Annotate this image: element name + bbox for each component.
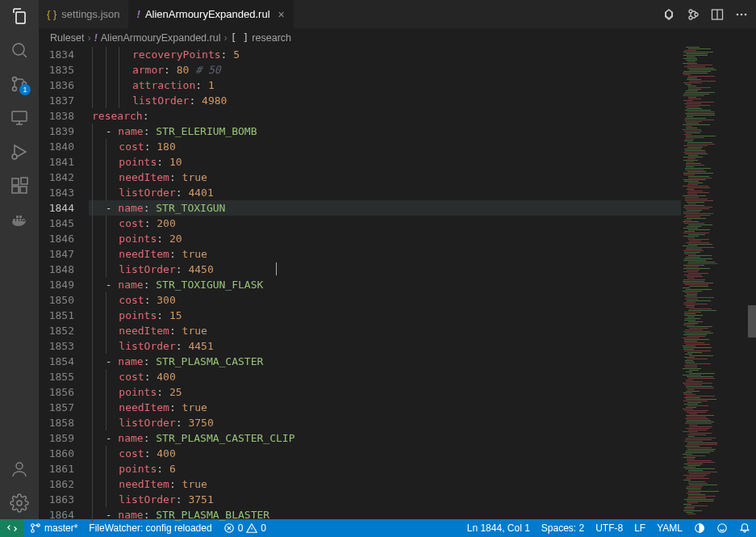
editor-tabs: { } settings.json ! AlienArmouryExpanded… (39, 0, 756, 28)
code-line[interactable]: recoveryPoints: 5 (89, 47, 681, 62)
code-line[interactable]: needItem: true (89, 400, 681, 415)
code-line[interactable]: needItem: true (89, 170, 681, 185)
array-icon: [ ] (231, 31, 249, 44)
json-icon: { } (47, 8, 56, 20)
minimap[interactable] (681, 47, 746, 519)
compare-icon[interactable] (687, 8, 700, 21)
close-icon[interactable]: × (278, 8, 285, 21)
chevron-right-icon: › (87, 31, 90, 44)
breadcrumb-item[interactable]: Ruleset (50, 32, 84, 44)
svg-point-16 (737, 13, 739, 15)
text-cursor (276, 262, 277, 275)
accounts-icon[interactable] (10, 459, 29, 479)
code-line[interactable]: - name: STR_TOXIGUN (89, 200, 681, 216)
editor-actions (654, 0, 756, 28)
explorer-icon[interactable] (10, 6, 29, 26)
code-line[interactable]: - name: STR_PLASMA_BLASTER (89, 507, 681, 522)
notifications-icon[interactable] (733, 519, 756, 537)
feedback-icon[interactable] (711, 519, 733, 537)
code-line[interactable]: needItem: true (89, 246, 681, 262)
breadcrumb-item[interactable]: [ ] research (231, 31, 291, 44)
svg-rect-8 (20, 187, 27, 193)
code-line[interactable]: - name: STR_PLASMA_CASTER (89, 354, 681, 369)
svg-point-1 (13, 78, 17, 82)
svg-point-12 (689, 10, 692, 13)
breadcrumb-item[interactable]: ! AlienArmouryExpanded.rul (94, 32, 221, 44)
more-actions-icon[interactable] (735, 8, 748, 21)
code-line[interactable]: cost: 300 (89, 292, 681, 308)
scroll-thumb[interactable] (748, 305, 756, 338)
code-line[interactable]: listOrder: 4451 (89, 338, 681, 354)
svg-point-17 (741, 13, 743, 15)
svg-point-13 (689, 16, 692, 19)
vertical-scrollbar[interactable] (746, 47, 756, 519)
svg-point-24 (718, 524, 727, 533)
code-line[interactable]: points: 20 (89, 231, 681, 246)
code-line[interactable]: cost: 180 (89, 139, 681, 154)
svg-rect-4 (12, 111, 27, 121)
code-line[interactable]: - name: STR_ELERIUM_BOMB (89, 124, 681, 139)
code-content[interactable]: recoveryPoints: 5 armor: 80 # 50 attract… (89, 47, 681, 519)
remote-explorer-icon[interactable] (10, 108, 29, 128)
tab-alien-armoury[interactable]: ! AlienArmouryExpanded.rul × (129, 0, 294, 28)
source-control-icon[interactable]: 1 (10, 74, 29, 94)
tab-label: settings.json (61, 8, 119, 20)
git-branch[interactable]: master* (24, 519, 83, 537)
yaml-icon: ! (137, 8, 140, 20)
code-line[interactable]: cost: 400 (89, 446, 681, 461)
tab-settings-json[interactable]: { } settings.json (39, 0, 129, 28)
remote-indicator[interactable] (0, 519, 24, 537)
editor[interactable]: 1834183518361837183818391840184118421843… (39, 47, 756, 519)
code-line[interactable]: listOrder: 3751 (89, 492, 681, 507)
code-line[interactable]: listOrder: 3750 (89, 415, 681, 430)
svg-rect-9 (21, 178, 27, 184)
docker-icon[interactable] (10, 210, 29, 229)
svg-point-5 (12, 154, 17, 159)
code-line[interactable]: armor: 80 # 50 (89, 62, 681, 78)
code-line[interactable]: - name: STR_PLASMA_CASTER_CLIP (89, 430, 681, 446)
chevron-right-icon: › (223, 31, 227, 44)
svg-point-19 (31, 524, 35, 527)
activity-bar: 1 (0, 0, 39, 519)
breadcrumbs[interactable]: Ruleset › ! AlienArmouryExpanded.rul › [… (39, 28, 756, 47)
open-changes-icon[interactable] (662, 8, 675, 21)
svg-point-20 (31, 530, 35, 533)
code-line[interactable]: - name: STR_TOXIGUN_FLASK (89, 277, 681, 292)
svg-point-14 (695, 13, 698, 16)
code-line[interactable]: cost: 200 (89, 216, 681, 231)
code-line[interactable]: listOrder: 4450 (89, 262, 681, 277)
code-line[interactable]: points: 10 (89, 154, 681, 170)
code-line[interactable]: points: 15 (89, 308, 681, 323)
code-line[interactable]: points: 25 (89, 384, 681, 400)
tab-label: AlienArmouryExpanded.rul (145, 8, 270, 20)
svg-point-2 (13, 87, 17, 91)
line-numbers: 1834183518361837183818391840184118421843… (39, 47, 89, 519)
svg-rect-7 (12, 187, 19, 193)
svg-point-0 (13, 44, 24, 55)
code-line[interactable]: cost: 400 (89, 369, 681, 384)
code-line[interactable]: listOrder: 4980 (89, 93, 681, 108)
run-debug-icon[interactable] (10, 142, 29, 162)
code-line[interactable]: attraction: 1 (89, 78, 681, 93)
color-theme-icon[interactable] (688, 519, 711, 537)
code-line[interactable]: research: (89, 108, 681, 124)
source-control-badge: 1 (19, 84, 31, 95)
yaml-icon: ! (94, 32, 98, 44)
svg-point-10 (16, 463, 23, 469)
svg-point-18 (745, 13, 747, 15)
extensions-icon[interactable] (10, 176, 29, 195)
svg-point-11 (17, 501, 22, 506)
settings-gear-icon[interactable] (10, 493, 29, 513)
svg-rect-6 (12, 178, 19, 185)
code-line[interactable]: needItem: true (89, 323, 681, 338)
code-line[interactable]: needItem: true (89, 476, 681, 492)
code-line[interactable]: listOrder: 4401 (89, 185, 681, 200)
search-icon[interactable] (10, 40, 29, 60)
split-editor-icon[interactable] (711, 8, 724, 21)
code-line[interactable]: points: 6 (89, 461, 681, 476)
